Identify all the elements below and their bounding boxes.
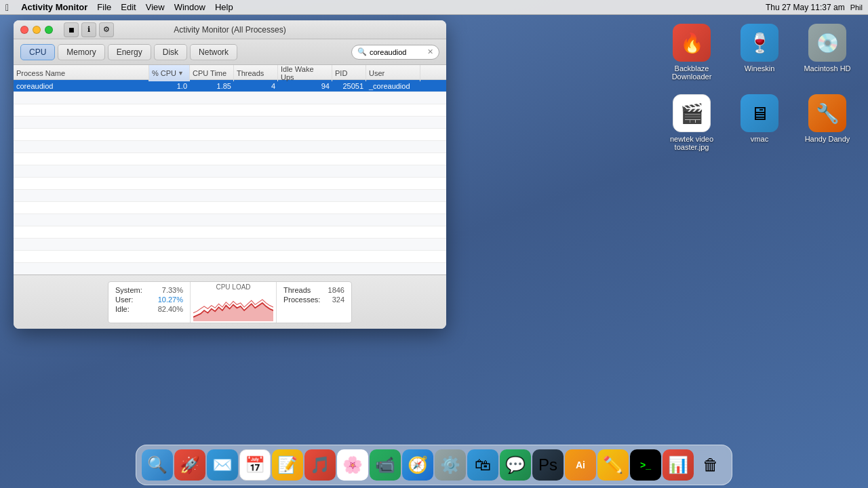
dock-icon-ai[interactable]: Ai xyxy=(565,449,596,481)
table-row-empty-4 xyxy=(14,129,446,141)
table-row-empty-6 xyxy=(14,153,446,165)
newtek-label: newtek videotoaster.jpg xyxy=(670,135,713,151)
app-name[interactable]: Activity Monitor xyxy=(21,2,87,12)
cell-idle-wakeups: 94 xyxy=(278,82,332,90)
table-row-empty-1 xyxy=(14,92,446,104)
desktop-icon-newtek[interactable]: 🎬 newtek videotoaster.jpg xyxy=(665,94,719,151)
col-idle-wakeups-label: Idle Wake Ups xyxy=(281,65,329,81)
tab-cpu[interactable]: CPU xyxy=(20,44,55,60)
stats-system-row: System: 7.33% xyxy=(115,286,183,294)
cell-cpu-pct: 1.0 xyxy=(149,82,190,90)
tab-disk[interactable]: Disk xyxy=(154,44,187,60)
dock-icon-safari[interactable]: 🧭 xyxy=(402,449,433,481)
desktop-icon-wineskin[interactable]: 🍷 Wineskin xyxy=(732,24,787,81)
col-cpu-pct-label: % CPU xyxy=(152,69,176,77)
table-row-empty-14 xyxy=(14,251,446,263)
dock-icon-notes[interactable]: 📝 xyxy=(272,449,303,481)
window-title: Activity Monitor (All Processes) xyxy=(174,25,285,35)
col-process-name[interactable]: Process Name xyxy=(14,65,149,81)
macinthd-icon: 💿 xyxy=(808,24,846,62)
tab-energy[interactable]: Energy xyxy=(108,44,151,60)
menu-window[interactable]: Window xyxy=(174,2,205,12)
dock-icon-ps[interactable]: Ps xyxy=(532,449,564,481)
table-row-empty-10 xyxy=(14,202,446,214)
processes-label: Processes: xyxy=(283,296,320,304)
dock-icon-mail[interactable]: ✉️ xyxy=(207,449,238,481)
search-clear-icon[interactable]: ✕ xyxy=(427,47,433,56)
dock-icon-sysprefs[interactable]: ⚙️ xyxy=(435,449,466,481)
col-user[interactable]: User xyxy=(366,65,420,81)
menubar-user: Phil xyxy=(850,3,863,12)
table-row-empty-3 xyxy=(14,117,446,129)
sort-arrow-icon: ▼ xyxy=(178,70,184,77)
col-threads[interactable]: Threads xyxy=(234,65,278,81)
idle-value: 82.40% xyxy=(158,305,183,313)
backblaze-label: BackblazeDownloader xyxy=(672,64,712,81)
col-cpu-pct[interactable]: % CPU ▼ xyxy=(149,65,190,81)
desktop-icon-macinthd[interactable]: 💿 Macintosh HD xyxy=(800,24,854,81)
minimize-button[interactable] xyxy=(33,26,41,34)
col-cpu-time[interactable]: CPU Time xyxy=(190,65,234,81)
menu-edit[interactable]: Edit xyxy=(121,2,136,12)
stats-left: System: 7.33% User: 10.27% Idle: 82.40% xyxy=(108,282,190,323)
tab-memory[interactable]: Memory xyxy=(58,44,104,60)
menu-file[interactable]: File xyxy=(97,2,111,12)
cpu-load-chart xyxy=(193,292,273,321)
desktop-icon-handy[interactable]: 🔧 Handy Dandy xyxy=(800,94,854,151)
dock-icon-trash[interactable]: 🗑 xyxy=(695,449,726,481)
dock-icon-terminal[interactable]: >_ xyxy=(630,449,661,481)
menubar-time: Thu 27 May 11:37 am xyxy=(766,3,845,12)
dock: 🔍 🚀 ✉️ 📅 📝 🎵 🌸 📹 🧭 ⚙️ 🛍 💬 Ps Ai ✏️ >_ 📊 … xyxy=(136,445,732,485)
col-idle-wakeups[interactable]: Idle Wake Ups xyxy=(278,65,332,81)
search-input[interactable] xyxy=(370,48,424,56)
cell-user: _coreaudiod xyxy=(366,82,420,90)
gear-icon[interactable]: ⚙ xyxy=(99,22,114,37)
stop-icon[interactable]: ⏹ xyxy=(64,22,79,37)
search-box[interactable]: 🔍 ✕ xyxy=(351,45,439,60)
table-row-empty-9 xyxy=(14,190,446,202)
vmac-icon: 🖥 xyxy=(741,94,778,132)
window-toolbar: CPU Memory Energy Disk Network 🔍 ✕ xyxy=(14,39,446,65)
menu-help[interactable]: Help xyxy=(215,2,233,12)
tab-network[interactable]: Network xyxy=(190,44,237,60)
newtek-icon: 🎬 xyxy=(673,94,711,132)
table-row[interactable]: coreaudiod 1.0 1.85 4 94 25051 _coreaudi… xyxy=(14,80,446,92)
desktop-icon-vmac[interactable]: 🖥 vmac xyxy=(732,94,787,151)
dock-icon-calendar[interactable]: 📅 xyxy=(239,449,271,481)
apple-menu-icon[interactable]:  xyxy=(5,2,9,13)
dock-icon-actmon[interactable]: 📊 xyxy=(663,449,694,481)
threads-value: 1846 xyxy=(328,286,344,294)
maximize-button[interactable] xyxy=(45,26,53,34)
dock-icon-appstore[interactable]: 🛍 xyxy=(467,449,498,481)
close-button[interactable] xyxy=(20,26,28,34)
user-value: 10.27% xyxy=(158,296,183,304)
system-value: 7.33% xyxy=(162,286,183,294)
dock-icon-photos[interactable]: 🌸 xyxy=(337,449,368,481)
col-threads-label: Threads xyxy=(237,69,264,77)
dock-icon-messages[interactable]: 💬 xyxy=(500,449,531,481)
desktop-icon-backblaze[interactable]: 🔥 BackblazeDownloader xyxy=(665,24,719,81)
cpu-load-title: CPU LOAD xyxy=(216,283,250,291)
wineskin-icon: 🍷 xyxy=(741,24,778,62)
col-pid[interactable]: PID xyxy=(332,65,366,81)
col-pid-label: PID xyxy=(335,69,347,77)
stats-right: Threads 1846 Processes: 324 xyxy=(277,282,351,323)
dock-icon-facetime[interactable]: 📹 xyxy=(370,449,401,481)
table-row-empty-12 xyxy=(14,226,446,239)
backblaze-icon: 🔥 xyxy=(673,24,711,62)
stats-middle: CPU LOAD xyxy=(190,282,277,323)
macinthd-label: Macintosh HD xyxy=(804,64,850,73)
menu-view[interactable]: View xyxy=(146,2,165,12)
stats-idle-row: Idle: 82.40% xyxy=(115,305,183,313)
table-header: Process Name % CPU ▼ CPU Time Threads Id… xyxy=(14,65,446,80)
dock-icon-music[interactable]: 🎵 xyxy=(304,449,336,481)
dock-icon-launchpad[interactable]: 🚀 xyxy=(174,449,205,481)
table-row-empty-7 xyxy=(14,165,446,178)
table-row-empty-8 xyxy=(14,178,446,190)
window-titlebar: ⏹ ℹ ⚙ Activity Monitor (All Processes) xyxy=(14,20,446,39)
handy-label: Handy Dandy xyxy=(805,135,850,143)
dock-icon-sketch[interactable]: ✏️ xyxy=(597,449,629,481)
system-label: System: xyxy=(115,286,142,294)
dock-icon-finder[interactable]: 🔍 xyxy=(142,449,173,481)
info-icon[interactable]: ℹ xyxy=(81,22,96,37)
